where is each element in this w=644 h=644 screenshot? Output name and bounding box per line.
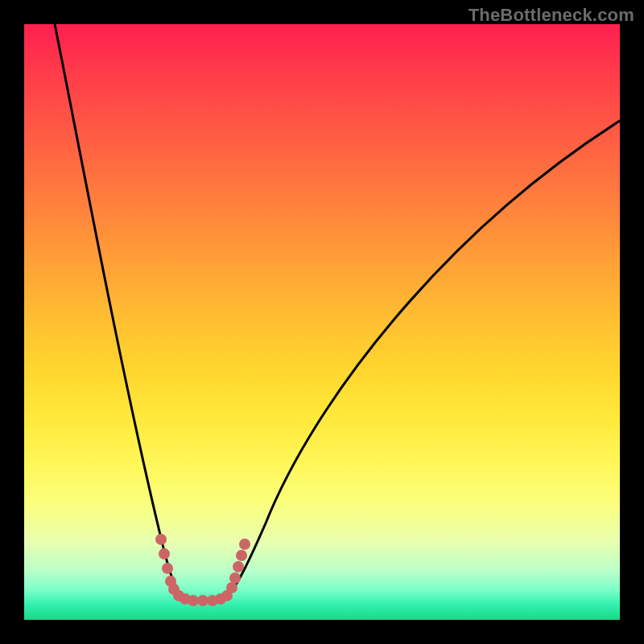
valley-dot [197,595,208,606]
bottleneck-curve [55,24,620,601]
valley-dot [155,534,167,545]
valley-dot [229,572,241,584]
chart-frame: TheBottleneck.com [0,0,644,644]
curve-layer [24,24,620,620]
valley-dot [162,563,173,574]
plot-area [24,24,620,620]
valley-dot [233,561,244,572]
valley-dot [239,539,250,550]
valley-dot [226,582,237,593]
valley-dot [188,595,199,606]
valley-dot [159,548,170,559]
valley-dot-group [155,534,250,606]
watermark-text: TheBottleneck.com [469,5,634,26]
valley-dot [236,550,247,561]
